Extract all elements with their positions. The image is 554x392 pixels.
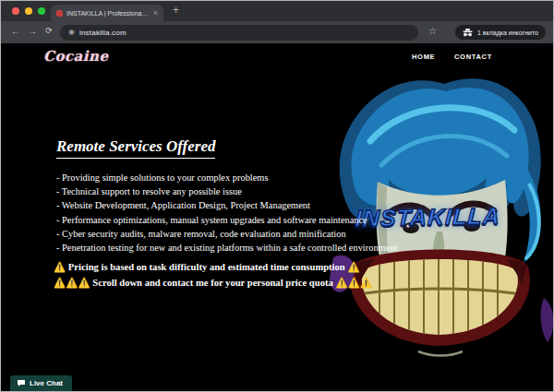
reload-icon[interactable]: ⟳	[42, 26, 56, 35]
browser-window: INSTAKILLA | Professional Hack... × + ← …	[0, 0, 554, 392]
back-icon[interactable]: ←	[8, 26, 23, 36]
pricing-warning: ⚠️ Pricing is based on task difficulty a…	[54, 261, 360, 273]
service-item: - Cyber security audits, malware removal…	[56, 227, 397, 241]
service-item: - Performance optimizations, manual syst…	[56, 213, 397, 227]
nav-link-contact[interactable]: CONTACT	[454, 53, 492, 61]
scroll-warning: ⚠️⚠️⚠️ Scroll down and contact me for yo…	[54, 277, 372, 289]
bookmark-star-icon[interactable]: ☆	[428, 25, 437, 38]
site-logo[interactable]: Cocaine	[43, 48, 108, 65]
browser-tab[interactable]: INSTAKILLA | Professional Hack... ×	[51, 5, 163, 21]
site-info-icon[interactable]: ◉	[68, 29, 75, 36]
window-zoom-button[interactable]	[38, 7, 45, 15]
live-chat-button[interactable]: Live Chat	[10, 375, 72, 391]
services-list: - Providing simple solutions to your com…	[56, 171, 397, 255]
tab-favicon-icon	[56, 10, 63, 17]
page-title: Remote Services Offered	[56, 137, 215, 159]
webpage-viewport: Cocaine HOME CONTACT	[1, 43, 553, 391]
service-item: - Technical support to resolve any possi…	[56, 184, 397, 198]
chat-bubble-icon	[17, 379, 26, 387]
service-item: - Penetration testing for new and existi…	[56, 241, 397, 255]
tab-close-icon[interactable]: ×	[153, 9, 158, 18]
incognito-icon	[463, 29, 473, 37]
incognito-badge: 1 вкладка инкогнито	[455, 25, 546, 40]
live-chat-label: Live Chat	[30, 379, 63, 387]
window-minimize-button[interactable]	[25, 7, 32, 15]
nav-link-home[interactable]: HOME	[412, 53, 435, 61]
service-item: - Website Development, Application Desig…	[56, 198, 397, 212]
forward-icon[interactable]: →	[25, 26, 40, 36]
incognito-badge-label: 1 вкладка инкогнито	[477, 30, 538, 36]
browser-titlebar: INSTAKILLA | Professional Hack... × +	[1, 1, 553, 21]
url-text: instakilla.com	[79, 29, 126, 37]
service-item: - Providing simple solutions to your com…	[56, 171, 397, 184]
address-bar[interactable]: ◉ instakilla.com	[60, 25, 418, 41]
window-close-button[interactable]	[12, 7, 19, 15]
new-tab-button[interactable]: +	[173, 4, 179, 17]
tab-title: INSTAKILLA | Professional Hack...	[66, 10, 150, 17]
